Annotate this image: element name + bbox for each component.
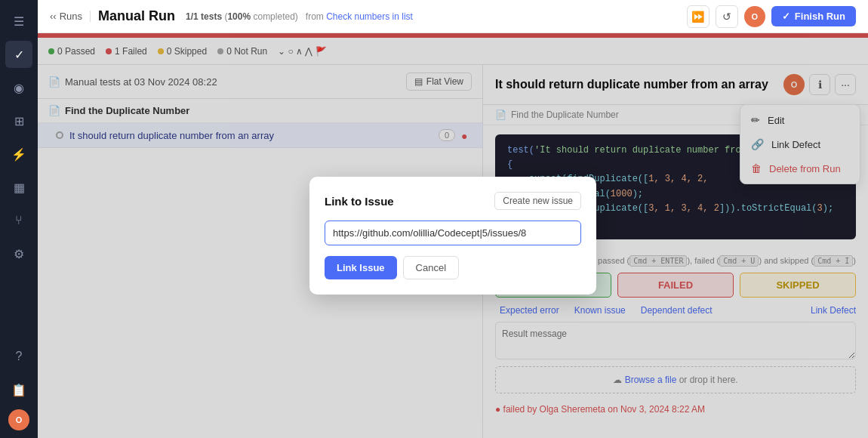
page-title: Manual Run xyxy=(98,8,175,24)
topbar: ‹‹ Runs Manual Run 1/1 tests (100% compl… xyxy=(38,0,868,33)
check-icon[interactable]: ✓ xyxy=(5,41,32,68)
issue-url-input[interactable] xyxy=(325,221,581,245)
finish-run-label: Finish Run xyxy=(795,11,845,22)
topbar-controls: ⏩ ↺ O ✓ Finish Run xyxy=(687,5,856,28)
modal-footer: Link Issue Cancel xyxy=(325,256,581,279)
topbar-subtitle: 1/1 tests (100% completed) xyxy=(186,11,298,22)
sidebar: ☰ ✓ ◉ ⊞ ⚡ ▦ ⑂ ⚙ ? 📋 O xyxy=(0,0,38,438)
fast-forward-btn[interactable]: ⏩ xyxy=(687,5,709,28)
modal-header: Link to Issue Create new issue xyxy=(325,192,581,210)
from-link[interactable]: Check numbers in list xyxy=(326,11,413,22)
back-arrow-icon: ‹‹ xyxy=(50,11,57,22)
main-area: ‹‹ Runs Manual Run 1/1 tests (100% compl… xyxy=(38,0,868,438)
history-btn[interactable]: ↺ xyxy=(716,5,738,28)
menu-icon[interactable]: ☰ xyxy=(5,8,32,35)
checkmark-icon: ✓ xyxy=(782,11,790,22)
topbar-from: from Check numbers in list xyxy=(306,11,413,22)
link-issue-modal: Link to Issue Create new issue Link Issu… xyxy=(309,177,596,295)
modal-title: Link to Issue xyxy=(325,195,394,208)
cancel-button[interactable]: Cancel xyxy=(403,256,459,279)
modal-overlay: Link to Issue Create new issue Link Issu… xyxy=(38,33,868,438)
book-icon[interactable]: 📋 xyxy=(5,376,32,403)
help-icon[interactable]: ? xyxy=(5,343,32,370)
settings-icon[interactable]: ⚙ xyxy=(5,240,32,267)
sidebar-avatar[interactable]: O xyxy=(8,409,29,430)
runs-label[interactable]: Runs xyxy=(60,11,82,22)
flash-icon[interactable]: ⚡ xyxy=(5,140,32,168)
chart-icon[interactable]: ▦ xyxy=(5,174,32,201)
create-new-issue-button[interactable]: Create new issue xyxy=(494,192,581,210)
finish-run-button[interactable]: ✓ Finish Run xyxy=(771,6,856,26)
activity-icon[interactable]: ◉ xyxy=(5,74,32,101)
grid-icon[interactable]: ⊞ xyxy=(5,107,32,134)
completed-label: completed xyxy=(253,11,294,22)
fork-icon[interactable]: ⑂ xyxy=(5,207,32,234)
runs-back-link[interactable]: ‹‹ Runs xyxy=(50,11,91,22)
user-avatar[interactable]: O xyxy=(744,6,765,27)
link-issue-button[interactable]: Link Issue xyxy=(325,256,397,279)
completed-pct: 100% xyxy=(227,11,251,22)
test-count: 1/1 tests xyxy=(186,11,222,22)
